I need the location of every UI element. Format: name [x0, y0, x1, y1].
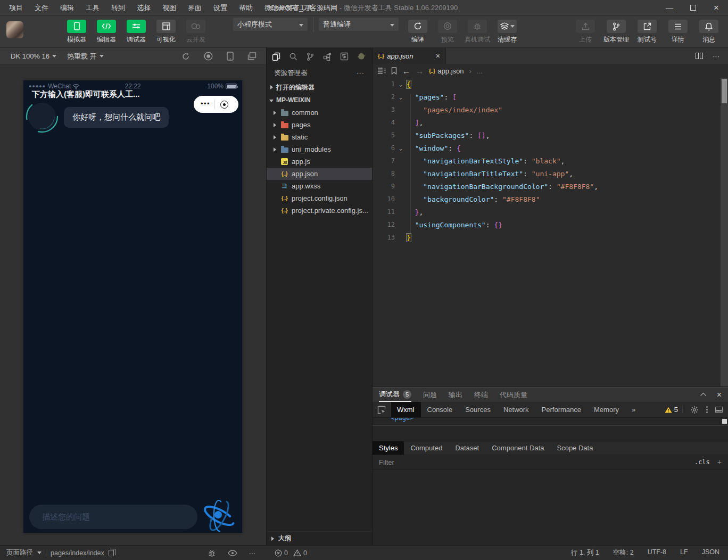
menu-item[interactable]: 转到 [106, 1, 130, 15]
encoding-setting[interactable]: UTF-8 [648, 548, 666, 557]
debugger-tab-终端[interactable]: 终端 [474, 388, 488, 402]
code-line-10[interactable]: 10"backgroundColor": "#F8F8F8" [373, 193, 728, 205]
dock-side-icon[interactable] [715, 407, 723, 413]
split-editor-icon[interactable] [696, 53, 703, 59]
files-icon[interactable] [268, 48, 285, 65]
outline-section[interactable]: 大纲 [267, 531, 372, 545]
tree-item-app-js[interactable]: JSapp.js [267, 155, 372, 168]
code-editor[interactable]: 1⌄{2⌄"pages": [3"pages/index/index"4],5"… [373, 78, 728, 387]
menu-item[interactable]: 界面 [183, 1, 206, 15]
debugger-tab-代码质量[interactable]: 代码质量 [500, 388, 527, 402]
debugger-tab-问题[interactable]: 问题 [423, 388, 437, 402]
breadcrumb-file[interactable]: {..} app.json [429, 67, 464, 75]
wxml-page-tag[interactable]: <page> [391, 418, 413, 422]
清缓存-button[interactable]: 清缓存 [495, 20, 519, 44]
menu-item[interactable]: 项目 [4, 1, 28, 15]
tree-item-static[interactable]: static [267, 131, 372, 143]
styles-tab-component-data[interactable]: Component Data [485, 441, 550, 455]
styles-tab-computed[interactable]: Computed [404, 441, 449, 455]
code-line-7[interactable]: 7"navigationBarTextStyle": "black", [373, 154, 728, 167]
npm-scripts-icon[interactable] [336, 48, 353, 65]
调试器-button[interactable]: 调试器 [125, 20, 148, 44]
code-line-11[interactable]: 11}, [373, 205, 728, 218]
devtools-tab-Memory[interactable]: Memory [588, 402, 625, 417]
eye-icon[interactable] [228, 550, 237, 556]
atom-logo[interactable] [199, 497, 239, 533]
menu-item[interactable]: 编辑 [55, 1, 79, 15]
tree-item-project-private-config-js-[interactable]: {..}project.private.config.js... [267, 204, 372, 217]
code-line-1[interactable]: 1⌄{ [373, 78, 728, 90]
cursor-position[interactable]: 行 1, 列 1 [571, 548, 599, 557]
tree-item-app-json[interactable]: {..}app.json [267, 168, 372, 180]
status-more-icon[interactable]: ··· [249, 549, 256, 557]
more-menu-button[interactable]: ••• [200, 100, 214, 109]
outline-list-icon[interactable] [378, 68, 386, 74]
devtools-tab-Network[interactable]: Network [497, 402, 535, 417]
fold-chevron-icon[interactable]: ⌄ [395, 81, 407, 87]
menu-item[interactable]: 微信开发者工具 [260, 1, 318, 15]
extensions-icon[interactable] [319, 48, 336, 65]
inspect-element-icon[interactable] [373, 402, 391, 417]
editor-scrollbar[interactable] [721, 78, 728, 386]
bug-icon[interactable] [208, 549, 216, 557]
page-path-label[interactable]: 页面路径 [6, 548, 33, 557]
code-line-9[interactable]: 9"navigationBarBackgroundColor": "#F8F8F… [373, 180, 728, 193]
code-line-4[interactable]: 4], [373, 116, 728, 129]
menu-item[interactable]: 工具 [81, 1, 104, 15]
模拟器-button[interactable]: 模拟器 [65, 20, 88, 44]
debugger-tab-调试器[interactable]: 调试器5 [379, 388, 411, 402]
详情-button[interactable]: 详情 [666, 20, 690, 44]
tree-item-common[interactable]: common [267, 106, 372, 119]
menu-item[interactable]: 帮助 [234, 1, 258, 15]
code-line-6[interactable]: 6⌄"window": { [373, 142, 728, 154]
styles-tab-scope-data[interactable]: Scope Data [550, 441, 599, 455]
eol-setting[interactable]: LF [680, 548, 688, 557]
device-selector[interactable]: DK 100% 16 [5, 48, 62, 64]
code-line-8[interactable]: 8"navigationBarTitleText": "uni-app", [373, 167, 728, 180]
editor-more-icon[interactable]: ··· [713, 52, 719, 60]
language-mode[interactable]: JSON [702, 548, 719, 557]
cls-toggle[interactable]: .cls [694, 458, 710, 466]
breadcrumb-more[interactable]: ... [477, 67, 483, 75]
fold-chevron-icon[interactable]: ⌄ [395, 94, 407, 100]
search-icon[interactable] [285, 48, 302, 65]
menu-item[interactable]: 文件 [30, 1, 53, 15]
code-line-5[interactable]: 5"subPackages": [], [373, 129, 728, 142]
tree-item-app-wxss[interactable]: ヨapp.wxss [267, 180, 372, 192]
styles-tab-styles[interactable]: Styles [373, 441, 404, 455]
devtools-tab-Performance[interactable]: Performance [535, 402, 588, 417]
source-control-icon[interactable] [302, 48, 319, 65]
code-line-3[interactable]: 3"pages/index/index" [373, 103, 728, 116]
close-panel-icon[interactable]: × [717, 390, 722, 400]
project-root-section[interactable]: MP-WEIXIN [267, 94, 372, 106]
devtools-tab-more[interactable]: » [625, 402, 642, 417]
styles-tab-dataset[interactable]: Dataset [449, 441, 485, 455]
device-frame-icon[interactable] [227, 52, 234, 61]
forward-icon[interactable]: → [416, 67, 424, 76]
close-button[interactable]: × [705, 0, 728, 15]
menu-item[interactable]: 视图 [158, 1, 181, 15]
question-input[interactable]: 描述您的问题 [29, 505, 197, 529]
problems-summary[interactable]: 0 0 [266, 549, 373, 557]
explorer-more-icon[interactable]: ··· [357, 69, 365, 77]
user-avatar[interactable] [6, 21, 23, 38]
close-minimize-button[interactable] [220, 101, 228, 109]
restart-icon[interactable] [181, 52, 190, 61]
filter-input[interactable]: Filter [379, 458, 394, 466]
close-tab-icon[interactable]: × [436, 52, 440, 60]
code-line-2[interactable]: 2⌄"pages": [ [373, 90, 728, 103]
minimize-button[interactable]: — [658, 0, 681, 15]
devtools-menu-icon[interactable] [706, 406, 708, 413]
devtools-tab-Console[interactable]: Console [421, 402, 459, 417]
tree-item-project-config-json[interactable]: {..}project.config.json [267, 192, 372, 204]
settings-gear-icon[interactable] [690, 406, 699, 414]
collapse-panel-icon[interactable] [700, 392, 706, 398]
indent-setting[interactable]: 空格: 2 [613, 548, 634, 557]
编辑器-button[interactable]: 编辑器 [95, 20, 118, 44]
fold-chevron-icon[interactable]: ⌄ [395, 145, 407, 151]
devtools-tab-Sources[interactable]: Sources [459, 402, 497, 417]
maximize-button[interactable] [681, 0, 705, 15]
hot-reload-toggle[interactable]: 热重载 开 [62, 48, 109, 64]
back-icon[interactable]: ← [402, 67, 410, 76]
tab-app-json[interactable]: {..} app.json × [373, 48, 446, 64]
